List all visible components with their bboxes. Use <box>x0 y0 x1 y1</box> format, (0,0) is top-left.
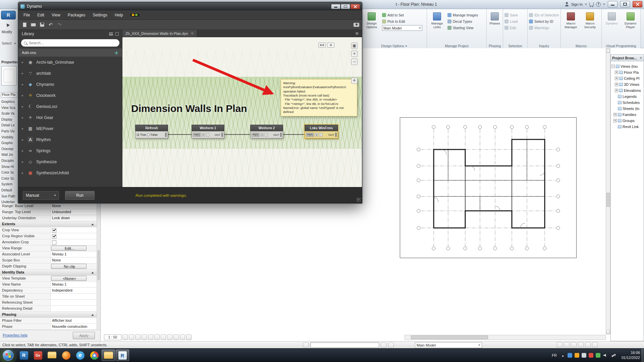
library-search[interactable] <box>21 39 119 47</box>
browser-item-groups[interactable]: + Groups <box>611 118 644 124</box>
scrollbar-thumb[interactable] <box>606 193 610 207</box>
select-by-id-button[interactable]: Select by ID <box>529 19 559 24</box>
property-row[interactable]: Wall Joi <box>0 152 18 158</box>
detail-level-icon[interactable] <box>129 335 134 340</box>
tree-expander-icon[interactable]: + <box>615 77 618 80</box>
taskbar-icon-google-app[interactable]: Go <box>31 350 45 361</box>
taskbar-icon-chrome[interactable] <box>88 350 101 361</box>
prop-annotation-crop[interactable]: Annotation Crop <box>0 239 97 245</box>
property-row[interactable]: Scale Va <box>0 111 18 117</box>
canvas-title-note[interactable]: Dimension Walls In Plan <box>131 103 247 114</box>
expand-arrow-icon[interactable]: ▸ <box>22 138 24 141</box>
property-row[interactable]: Display <box>0 117 18 123</box>
library-item-chynamo[interactable]: ▸ ◆ Chynamo <box>18 79 122 90</box>
prop-view-range[interactable]: View Range Edit... <box>0 245 97 251</box>
property-row[interactable]: Underlay <box>0 199 18 203</box>
menu-item[interactable]: File <box>20 10 34 20</box>
expand-arrow-icon[interactable]: ▸ <box>22 149 24 153</box>
manage-images-button[interactable]: Manage Images <box>447 12 478 18</box>
prop-referencing-sheet[interactable]: Referencing Sheet <box>0 300 97 306</box>
browser-item-ceiling-plans[interactable]: + Ceiling Pl <box>611 75 644 81</box>
remove-port-icon[interactable]: - <box>206 133 209 136</box>
prop-referencing-detail[interactable]: Referencing Detail <box>0 306 97 312</box>
library-list-icon[interactable] <box>109 33 113 36</box>
input-port[interactable]: IN[0] <box>193 133 201 137</box>
temporary-hide-isolate-icon[interactable] <box>173 335 179 340</box>
library-item-geniusloci[interactable]: ▸ ☾ GeniusLoci <box>18 101 122 112</box>
tray-warning-icon[interactable] <box>575 353 579 358</box>
prop-title-on-sheet[interactable]: Title on Sheet <box>0 294 97 300</box>
select-underlay-icon[interactable] <box>585 342 591 347</box>
workspace-tab[interactable]: Zh_XXX_Dimension Walls In Plan.dyn × <box>122 30 197 37</box>
type-preview-thumbnail[interactable] <box>1 66 16 85</box>
geometry-preview-toggle-icon[interactable] <box>318 43 326 48</box>
tree-expander-icon[interactable]: + <box>613 119 617 122</box>
filter-icon[interactable] <box>557 342 562 347</box>
expand-arrow-icon[interactable]: ▸ <box>22 105 24 108</box>
menu-item[interactable]: Packages <box>64 10 89 20</box>
close-button[interactable] <box>351 4 360 9</box>
view-scale-button[interactable]: 1 : 50 <box>104 335 121 340</box>
select-caret-icon[interactable] <box>14 43 16 44</box>
save-file-icon[interactable] <box>39 21 45 28</box>
library-item-synthesizeunfold[interactable]: ▸ ▣ SynthesizeUnfold <box>18 167 122 178</box>
menu-item[interactable]: Edit <box>34 10 48 20</box>
load-selection-button[interactable]: Load <box>504 19 518 24</box>
tray-sync-icon[interactable] <box>596 353 600 358</box>
property-row[interactable]: Orientat <box>0 146 18 152</box>
minimize-button[interactable] <box>608 1 618 7</box>
browser-item-revit-links[interactable]: Revit Link <box>611 124 644 130</box>
prop-underlay-orientation[interactable]: Underlay Orientation Look down <box>0 215 97 221</box>
prop-section-extents[interactable]: Extents <box>0 221 97 227</box>
design-options-button[interactable]: Design Options <box>363 10 380 44</box>
add-package-icon[interactable]: + <box>114 50 119 56</box>
manage-links-button[interactable]: Manage Links <box>428 10 446 44</box>
macro-manager-button[interactable]: Macro Manager <box>562 10 580 44</box>
prop-scope-box[interactable]: Scope Box None <box>0 257 97 263</box>
zoom-fit-icon[interactable]: ▣ <box>351 43 358 49</box>
warnings-button[interactable]: Warnings <box>529 25 559 31</box>
library-item-mepover[interactable]: ▸ ▦ MEPover <box>18 123 122 134</box>
prop-dependency[interactable]: Dependency Independent <box>0 288 97 294</box>
library-filter-icon[interactable] <box>115 32 119 36</box>
starting-view-button[interactable]: Starting View <box>447 25 478 31</box>
taskbar-icon-internet-explorer[interactable]: e <box>73 350 87 361</box>
sign-in-button[interactable]: Sign In <box>571 2 583 6</box>
show-desktop-button[interactable] <box>642 349 644 362</box>
output-port[interactable] <box>280 133 282 137</box>
pan-icon[interactable]: ✛ <box>351 77 358 84</box>
radio-false[interactable] <box>147 133 150 136</box>
remove-port-icon[interactable]: - <box>319 133 322 136</box>
drag-on-selection-icon[interactable] <box>592 342 598 347</box>
menu-item[interactable]: Help <box>111 10 127 20</box>
save-selection-button[interactable]: Save <box>504 12 518 18</box>
property-row[interactable]: System <box>0 181 18 187</box>
phases-button[interactable]: Phases <box>488 10 501 44</box>
property-row[interactable]: Color Sc <box>0 170 18 176</box>
node-winform-2[interactable]: Winform 2 IN[0] + - OUT <box>250 125 283 138</box>
apply-button[interactable]: Apply <box>73 332 95 339</box>
property-row[interactable]: Color Sc <box>0 176 18 182</box>
run-mode-select[interactable]: Manual <box>23 191 59 200</box>
tree-expander-icon[interactable]: + <box>615 83 618 86</box>
edit-selection-button[interactable]: Edit <box>504 25 518 31</box>
library-item-springs[interactable]: ▸ ≈ Springs <box>18 145 122 156</box>
add-port-icon[interactable]: + <box>260 133 264 136</box>
library-item-hot-gear[interactable]: ▸ ✳ Hot Gear <box>18 112 122 123</box>
expand-arrow-icon[interactable]: ▸ <box>22 94 24 97</box>
properties-scrollbar[interactable] <box>97 203 100 330</box>
analytical-model-icon[interactable] <box>186 335 192 340</box>
expand-arrow-icon[interactable]: ▸ <box>22 82 24 86</box>
close-panel-icon[interactable]: × <box>640 56 642 60</box>
open-file-icon[interactable] <box>30 21 37 28</box>
dynamo-canvas[interactable]: Dimension Walls In Plan Refresh True Fal… <box>122 37 362 187</box>
worksets-status-icon[interactable] <box>303 343 309 348</box>
browser-item-floor-plans[interactable]: + Floor Pla <box>611 69 644 75</box>
library-item-rhythm[interactable]: ▸ A Rhythm <box>18 134 122 145</box>
prop-phase[interactable]: Phase Nouvelle construction <box>0 324 97 330</box>
property-row[interactable]: Graphic <box>0 140 18 146</box>
property-row[interactable]: View Sca <box>0 105 18 111</box>
addons-section-header[interactable]: Add-ons + <box>18 49 122 57</box>
taskbar-icon-windows-explorer[interactable] <box>102 350 115 361</box>
property-row[interactable]: Parts Vis <box>0 128 18 134</box>
